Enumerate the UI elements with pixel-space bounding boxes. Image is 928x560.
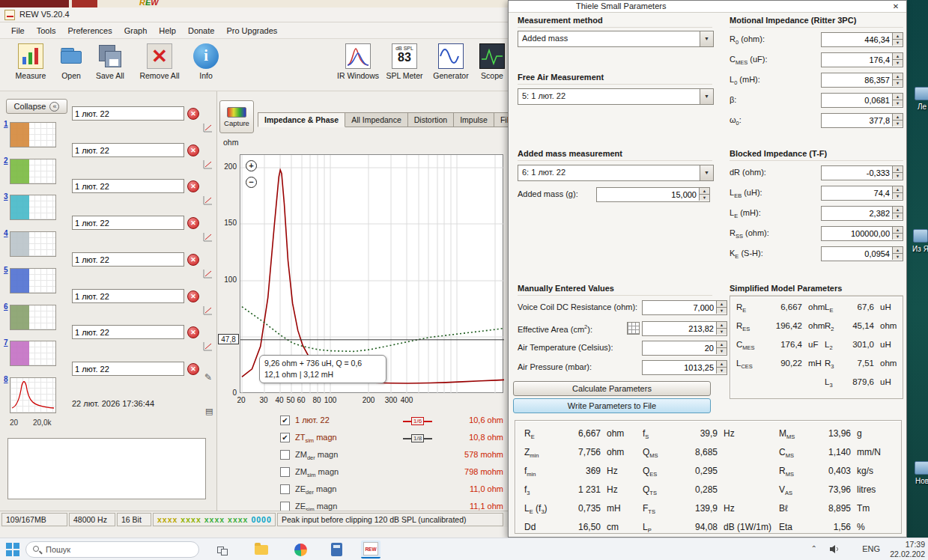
beta-input[interactable] bbox=[822, 94, 892, 107]
measurement-row[interactable]: ✕ 3 bbox=[0, 177, 217, 214]
measurement-name-input[interactable] bbox=[72, 106, 184, 121]
file-explorer-button[interactable] bbox=[252, 541, 271, 559]
spin-down-button[interactable] bbox=[716, 328, 727, 335]
measurement-controls-icon[interactable] bbox=[203, 305, 213, 317]
clock[interactable]: 17:39 22.02.202 bbox=[883, 540, 925, 559]
legend-checkbox[interactable] bbox=[280, 433, 290, 442]
legend-checkbox[interactable] bbox=[280, 484, 290, 494]
measurement-name-input[interactable] bbox=[72, 362, 184, 376]
tab-filtered-ir[interactable]: Filtered IR bbox=[494, 112, 508, 127]
spin-down-button[interactable] bbox=[716, 367, 727, 374]
added-mass-input[interactable] bbox=[597, 188, 699, 201]
peak-input-status[interactable]: Peak input before clipping 120 dB SPL (u… bbox=[277, 513, 503, 526]
zoom-out-button[interactable]: − bbox=[246, 177, 257, 188]
capture-button[interactable]: Capture bbox=[219, 100, 254, 133]
spin-down-button[interactable] bbox=[892, 192, 903, 199]
dialog-close-icon[interactable]: ✕ bbox=[890, 1, 902, 12]
spin-down-button[interactable] bbox=[699, 194, 709, 201]
ke-input[interactable] bbox=[822, 247, 892, 261]
measurement-name-input[interactable] bbox=[72, 143, 184, 157]
title-bar[interactable]: REW V5.20.4 bbox=[0, 7, 509, 22]
measurement-controls-icon[interactable] bbox=[203, 341, 213, 353]
menu-file[interactable]: File bbox=[6, 25, 30, 37]
spin-down-button[interactable] bbox=[892, 120, 903, 127]
menu-donate[interactable]: Donate bbox=[183, 25, 219, 37]
measurement-row[interactable]: ✕ 6 bbox=[0, 287, 217, 324]
rew-taskbar-button[interactable]: REW bbox=[361, 541, 380, 559]
air-pressure-input[interactable] bbox=[643, 361, 716, 374]
legend-label[interactable]: ZMder magn bbox=[295, 450, 338, 461]
spin-down-button[interactable] bbox=[892, 233, 903, 240]
measurement-method-dropdown[interactable]: Added mass bbox=[518, 31, 714, 47]
tab-impedance-phase[interactable]: Impedance & Phase bbox=[258, 112, 345, 127]
legend-checkbox[interactable] bbox=[280, 450, 290, 460]
measurement-notes-box[interactable] bbox=[7, 438, 206, 499]
spin-down-button[interactable] bbox=[892, 213, 903, 219]
spin-down-button[interactable] bbox=[716, 307, 727, 314]
voice-coil-resistance-input[interactable] bbox=[643, 301, 716, 314]
cmes-input[interactable] bbox=[822, 53, 892, 67]
save-all-button[interactable]: Save All bbox=[88, 43, 132, 87]
spin-down-button[interactable] bbox=[892, 59, 903, 66]
leb-input[interactable] bbox=[822, 186, 892, 200]
spin-down-button[interactable] bbox=[892, 79, 903, 86]
dr-input[interactable] bbox=[822, 166, 892, 180]
calculator-button[interactable] bbox=[327, 541, 346, 559]
le-input[interactable] bbox=[822, 207, 892, 220]
desktop-icon[interactable]: Из Я bbox=[908, 229, 928, 253]
scope-button[interactable]: Scope bbox=[475, 43, 509, 87]
dropdown-arrow-icon[interactable] bbox=[700, 165, 713, 180]
measurement-controls-icon[interactable] bbox=[203, 269, 213, 280]
menu-tools[interactable]: Tools bbox=[31, 25, 61, 37]
dialog-title-bar[interactable]: Thiele Small Parameters ✕ bbox=[509, 1, 906, 13]
measurement-name-input[interactable] bbox=[72, 252, 184, 267]
remove-all-button[interactable]: ✕ Remove All bbox=[133, 43, 186, 87]
legend-label[interactable]: 1 лют. 22 bbox=[295, 416, 330, 424]
spin-down-button[interactable] bbox=[892, 100, 903, 106]
delete-measurement-button[interactable]: ✕ bbox=[187, 290, 199, 302]
measure-button[interactable]: Measure bbox=[9, 43, 52, 87]
delete-measurement-button[interactable]: ✕ bbox=[187, 363, 199, 375]
measurement-name-input[interactable] bbox=[72, 179, 184, 193]
measurement-name-input[interactable] bbox=[72, 325, 184, 339]
menu-preferences[interactable]: Preferences bbox=[62, 25, 117, 37]
tab-impulse[interactable]: Impulse bbox=[454, 112, 494, 127]
measurement-row[interactable]: ✕ 7 bbox=[0, 323, 217, 360]
start-button[interactable] bbox=[6, 543, 19, 556]
omega0-input[interactable] bbox=[822, 114, 892, 127]
spl-meter-button[interactable]: dB SPL 83 SPL Meter bbox=[382, 43, 427, 87]
menu-graph[interactable]: Graph bbox=[119, 25, 153, 37]
dropdown-arrow-icon[interactable] bbox=[700, 89, 713, 104]
spin-down-button[interactable] bbox=[892, 39, 903, 46]
measurement-name-input[interactable] bbox=[72, 216, 184, 230]
calculate-parameters-button[interactable]: Calculate Parameters bbox=[513, 381, 711, 396]
measurement-controls-icon[interactable] bbox=[203, 123, 213, 134]
delete-measurement-button[interactable]: ✕ bbox=[187, 180, 199, 192]
added-mass-measurement-dropdown[interactable]: 6: 1 лют. 22 bbox=[518, 165, 714, 181]
l0-input[interactable] bbox=[822, 73, 892, 87]
language-indicator[interactable]: ENG bbox=[862, 544, 880, 553]
area-calculator-grid-icon[interactable] bbox=[627, 322, 640, 335]
measurement-controls-icon[interactable] bbox=[203, 159, 213, 171]
legend-label[interactable]: ZMsim magn bbox=[295, 467, 339, 478]
measurement-row[interactable]: ✕ 5 bbox=[0, 251, 217, 287]
volume-icon[interactable] bbox=[829, 544, 840, 556]
measurement-controls-icon[interactable] bbox=[203, 195, 213, 207]
measurement-row[interactable]: ✕ 2 bbox=[0, 141, 217, 178]
desktop-icon[interactable]: Нов bbox=[909, 461, 928, 485]
zoom-in-button[interactable]: + bbox=[246, 160, 257, 171]
measurement-controls-icon[interactable] bbox=[203, 232, 213, 243]
measurement-row[interactable]: ✕ 1 bbox=[0, 105, 217, 141]
rss-input[interactable] bbox=[822, 227, 892, 240]
delete-measurement-button[interactable]: ✕ bbox=[187, 254, 199, 266]
notes-icon[interactable]: ▤ bbox=[205, 407, 213, 416]
legend-label[interactable]: ZEder magn bbox=[295, 484, 336, 496]
tray-expand-icon[interactable]: ⌃ bbox=[811, 544, 817, 553]
delete-measurement-button[interactable]: ✕ bbox=[187, 326, 199, 338]
r0-input[interactable] bbox=[822, 33, 892, 46]
dropdown-arrow-icon[interactable] bbox=[700, 31, 713, 46]
legend-label[interactable]: ZTsim magn bbox=[295, 433, 337, 444]
spin-down-button[interactable] bbox=[716, 347, 727, 354]
generator-button[interactable]: Generator bbox=[428, 43, 473, 87]
ir-windows-button[interactable]: IR Windows bbox=[334, 43, 382, 87]
